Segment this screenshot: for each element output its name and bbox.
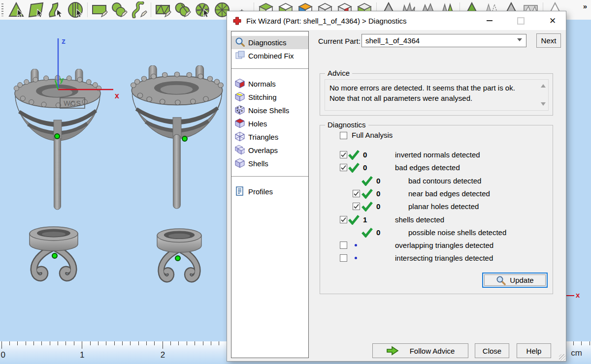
sidebar-item-label: Overlaps — [248, 146, 278, 154]
sidebar-item-overlaps[interactable]: Overlaps — [231, 144, 308, 157]
help-button[interactable]: Help — [517, 343, 551, 358]
follow-advice-label: Follow Advice — [410, 347, 455, 355]
ruler-tick — [195, 341, 195, 345]
toolbar-separator — [87, 2, 88, 17]
select-shell-icon[interactable] — [66, 0, 85, 19]
sidebar-item-noise-shells[interactable]: Noise Shells — [231, 104, 308, 117]
axis-z-label: z — [62, 37, 66, 45]
diagnostic-label: bad contours detected — [408, 177, 481, 185]
select-surface-icon[interactable] — [46, 0, 66, 19]
axis-x-label: x — [115, 91, 119, 100]
cube-shells-icon — [235, 158, 245, 169]
sidebar-item-holes[interactable]: Holes — [231, 117, 308, 130]
diagnostic-checkbox[interactable] — [340, 242, 347, 249]
mark-rectangle-icon[interactable] — [90, 0, 109, 19]
diagnostic-count: 0 — [363, 151, 367, 159]
cube-overlaps-icon — [235, 145, 245, 156]
sidebar-item-diagnostics[interactable]: Diagnostics — [231, 36, 308, 49]
sidebar-item-label: Diagnostics — [248, 38, 287, 47]
ruler-tick-label: 0 — [1, 350, 5, 360]
mark-curve-icon[interactable] — [129, 0, 149, 19]
select-triangle-icon[interactable] — [6, 0, 26, 19]
diagnostic-label: bad edges detected — [395, 163, 460, 172]
scroll-up-icon[interactable] — [541, 84, 546, 88]
update-label: Update — [510, 276, 533, 284]
green-check-icon — [348, 150, 360, 161]
scroll-down-icon[interactable] — [541, 102, 546, 106]
cube-noise-shells-icon — [235, 105, 245, 116]
diagnostic-checkbox[interactable] — [340, 151, 347, 158]
chevron-down-icon — [517, 38, 522, 41]
mark-pinwheel-icon[interactable] — [193, 0, 212, 19]
diagnostic-checkbox[interactable] — [340, 216, 347, 223]
diagnostic-checkbox[interactable] — [340, 164, 347, 171]
sidebar-item-shells[interactable]: Shells — [231, 157, 308, 170]
ruler-tick — [106, 341, 106, 345]
ruler-tick — [17, 341, 18, 345]
model-ring-head-2[interactable] — [129, 65, 226, 211]
diagnostic-checkbox[interactable] — [340, 254, 347, 262]
diagnostic-label: inverted normals detected — [395, 151, 480, 159]
minimize-button[interactable] — [482, 13, 497, 28]
magnifier-icon — [496, 275, 506, 285]
profiles-icon — [235, 186, 245, 197]
ruler-tick — [58, 341, 58, 345]
sidebar-item-label: Holes — [248, 120, 267, 128]
follow-advice-button[interactable]: Follow Advice — [372, 343, 468, 358]
mark-spheres-icon[interactable] — [173, 0, 193, 19]
ruler-tick — [581, 341, 582, 345]
ruler-tick — [170, 341, 171, 345]
ruler-tick — [90, 341, 91, 345]
maximize-button — [513, 13, 528, 28]
diagnostic-count: 1 — [363, 215, 367, 224]
mark-blob-icon[interactable] — [109, 0, 129, 19]
diagnostic-count: 0 — [376, 177, 380, 185]
advice-groupbox: Advice No more errors are detected. It s… — [320, 73, 553, 116]
green-arrow-icon — [386, 345, 399, 356]
sidebar-item-stitching[interactable]: Stitching — [231, 91, 308, 104]
toolbar-overflow-button[interactable]: » — [583, 2, 587, 10]
ruler-tick — [211, 341, 211, 345]
current-part-dropdown[interactable]: shell_1_of_4364 — [361, 34, 526, 47]
part-origin-marker[interactable] — [175, 255, 181, 261]
wcs-axes: z y x — [39, 30, 138, 111]
diagnostic-count: 0 — [376, 228, 380, 237]
sidebar-item-label: Stitching — [248, 93, 277, 101]
sidebar-separator — [231, 68, 308, 69]
select-plane-icon[interactable] — [26, 0, 46, 19]
part-origin-marker[interactable] — [52, 253, 58, 259]
sidebar-item-profiles[interactable]: Profiles — [231, 185, 308, 198]
ruler-tick — [26, 341, 26, 345]
next-button[interactable]: Next — [536, 33, 561, 48]
part-origin-marker[interactable] — [54, 133, 60, 139]
ruler-tick — [122, 341, 123, 345]
diagnostic-checkbox[interactable] — [353, 190, 360, 197]
dialog-titlebar[interactable]: Fix Wizard (Part: shell_1_of_4364) > Dia… — [227, 11, 566, 30]
ruler-tick — [187, 341, 187, 345]
diagnostic-label: overlapping triangles detected — [395, 241, 493, 249]
ruler-tick — [114, 341, 115, 345]
sidebar-item-combined-fix[interactable]: Combined Fix — [231, 49, 308, 62]
mark-mesh-rectangle-icon[interactable] — [153, 0, 173, 19]
diagnostic-count: 0 — [363, 163, 367, 172]
part-origin-marker[interactable] — [182, 136, 188, 142]
current-part-label: Current Part: — [318, 37, 361, 45]
ruler-tick — [219, 341, 219, 345]
cube-stitching-icon — [235, 91, 245, 103]
close-button[interactable]: Close — [475, 343, 509, 358]
sidebar-separator — [231, 176, 308, 177]
advice-scroll-area[interactable]: No more errors are detected. It seems th… — [325, 79, 549, 111]
current-part-value: shell_1_of_4364 — [365, 36, 420, 45]
diagnostic-checkbox[interactable] — [353, 203, 360, 210]
sidebar-item-normals[interactable]: Normals — [231, 77, 308, 91]
blue-dot-icon — [355, 244, 357, 246]
application-window: » — [0, 0, 591, 364]
magnifier-icon — [235, 37, 245, 48]
full-analysis-checkbox[interactable] — [340, 132, 347, 139]
toolbar-drag-handle[interactable] — [1, 3, 3, 16]
sidebar-item-label: Shells — [248, 159, 268, 168]
update-button[interactable]: Update — [482, 273, 548, 288]
sidebar-item-triangles[interactable]: Triangles — [231, 130, 308, 144]
resize-grip[interactable] — [559, 354, 565, 361]
close-icon[interactable]: ✕ — [545, 13, 560, 28]
